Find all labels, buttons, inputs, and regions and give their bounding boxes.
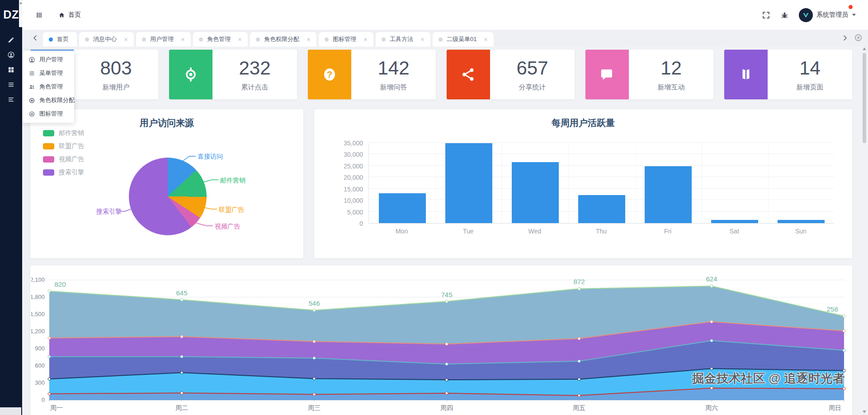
sidebar-item-0[interactable]: [0, 33, 22, 47]
tab-首页[interactable]: 首页: [43, 32, 77, 47]
svg-text:1,800: 1,800: [31, 294, 45, 300]
tab-消息中心[interactable]: 消息中心: [79, 32, 134, 47]
bug-icon[interactable]: [780, 11, 789, 19]
sidebar-scrollbar[interactable]: [19, 0, 22, 27]
bar-y-tick: 30,000: [344, 151, 363, 158]
bar-y-tick: 25,000: [344, 163, 363, 170]
svg-text:周三: 周三: [308, 404, 321, 411]
tab-label: 用户管理: [150, 35, 174, 43]
legend-label: 邮件营销: [59, 129, 84, 137]
stat-value: 14: [799, 57, 821, 79]
close-icon[interactable]: [123, 37, 128, 42]
watermark: 掘金技术社区 @ 追逐时光者: [692, 370, 845, 387]
tab-二级菜单01[interactable]: 二级菜单01: [433, 32, 494, 47]
svg-text:258: 258: [826, 305, 838, 313]
tab-label: 角色权限分配: [264, 35, 299, 43]
close-icon[interactable]: [483, 37, 488, 42]
menu-item-图标管理[interactable]: 图标管理: [23, 107, 74, 121]
stacked-area-chart[interactable]: 03006009001,2001,5001,8002,1008206455467…: [31, 266, 849, 415]
menu-item-角色权限分配[interactable]: 角色权限分配: [23, 93, 74, 107]
tab-label: 角色管理: [207, 35, 231, 43]
pie-slice-label: 搜索引擎: [96, 208, 122, 216]
menu-item-菜单管理[interactable]: 菜单管理: [23, 66, 74, 80]
stat-label: 新增互动: [658, 83, 685, 92]
svg-text:900: 900: [35, 345, 45, 352]
scrollbar-thumb[interactable]: [863, 53, 866, 143]
svg-text:?: ?: [327, 70, 332, 79]
tab-图标管理[interactable]: 图标管理: [319, 32, 373, 47]
legend-label: 视频广告: [59, 155, 84, 163]
sidebar-item-3[interactable]: [0, 77, 22, 92]
stat-label: 新增用户: [103, 83, 130, 92]
gear-icon: [28, 97, 35, 104]
share-icon: [447, 50, 490, 99]
fullscreen-icon[interactable]: [762, 11, 770, 19]
sidebar-nav: [0, 29, 22, 107]
legend-item-搜索引擎[interactable]: 搜索引擎: [43, 168, 84, 177]
tab-label: 消息中心: [93, 35, 117, 43]
bar-Wed: [512, 162, 559, 223]
stat-card-新增页面: 14新增页面: [724, 50, 852, 99]
scroll-up-icon[interactable]: [19, 2, 22, 4]
bar-Fri: [645, 166, 692, 223]
stat-label: 新增页面: [797, 83, 824, 92]
close-icon[interactable]: [420, 37, 425, 42]
scroll-up-icon[interactable]: [863, 47, 866, 50]
bar-x-tick: Tue: [435, 228, 502, 235]
tabs-scroll-left-icon[interactable]: [31, 34, 39, 42]
tab-label: 工具方法: [390, 35, 413, 43]
close-icon[interactable]: [180, 37, 185, 42]
notification-dot: [849, 5, 853, 9]
menu-item-label: 用户管理: [39, 56, 63, 64]
pie-slice-label: 直接访问: [198, 153, 223, 161]
scroll-down-icon[interactable]: [863, 410, 866, 413]
target-icon: [169, 50, 212, 99]
tab-工具方法[interactable]: 工具方法: [376, 32, 430, 47]
menu-item-角色管理[interactable]: 角色管理: [23, 80, 74, 93]
stat-label: 分享统计: [519, 83, 546, 92]
bar-x-tick: Mon: [368, 228, 435, 235]
svg-text:820: 820: [54, 280, 66, 288]
close-icon[interactable]: [306, 37, 311, 42]
menu-item-label: 角色管理: [39, 83, 63, 91]
close-icon[interactable]: [363, 37, 368, 42]
menu-item-label: 菜单管理: [39, 69, 63, 77]
svg-text:周日: 周日: [829, 404, 841, 411]
menu-fold-icon[interactable]: [35, 11, 43, 19]
stat-value: 232: [239, 57, 270, 79]
pie-chart[interactable]: [129, 158, 207, 235]
legend-item-联盟广告[interactable]: 联盟广告: [43, 142, 84, 150]
breadcrumb-home[interactable]: 首页: [68, 11, 81, 19]
close-all-tabs-icon[interactable]: [854, 33, 863, 42]
bar-plot-area: [368, 143, 834, 224]
svg-text:745: 745: [441, 291, 452, 298]
legend-swatch: [43, 130, 54, 136]
bar-x-tick: Thu: [568, 228, 635, 235]
legend-swatch: [43, 156, 54, 163]
user-menu[interactable]: 系统管理员: [799, 8, 856, 22]
menu-item-用户管理[interactable]: 用户管理: [23, 53, 74, 66]
legend-swatch: [43, 143, 54, 149]
tab-角色权限分配[interactable]: 角色权限分配: [250, 32, 316, 47]
bar-y-tick: 10,000: [344, 197, 363, 204]
tabs-scroll-right-icon[interactable]: [841, 34, 849, 42]
svg-text:周四: 周四: [440, 404, 453, 411]
svg-text:872: 872: [573, 278, 585, 285]
question-icon: ?: [308, 50, 351, 99]
avatar[interactable]: [799, 8, 813, 22]
page-scrollbar[interactable]: [862, 47, 867, 415]
legend-item-邮件营销[interactable]: 邮件营销: [43, 129, 84, 137]
stat-label: 新增问答: [380, 83, 407, 92]
tab-角色管理[interactable]: 角色管理: [193, 32, 248, 47]
tab-用户管理[interactable]: 用户管理: [136, 32, 191, 47]
sidebar-item-1[interactable]: [0, 47, 22, 62]
bar-Mon: [379, 193, 426, 223]
bar-y-tick: 0: [359, 220, 363, 227]
sidebar-item-2[interactable]: [0, 62, 22, 77]
close-icon[interactable]: [237, 37, 242, 42]
nav-dropdown-menu: 用户管理菜单管理角色管理角色权限分配图标管理: [23, 51, 74, 123]
legend-item-视频广告[interactable]: 视频广告: [43, 155, 84, 163]
sidebar-item-4[interactable]: [0, 92, 22, 107]
bar-x-tick: Fri: [634, 228, 701, 235]
menu-item-label: 图标管理: [39, 110, 63, 118]
